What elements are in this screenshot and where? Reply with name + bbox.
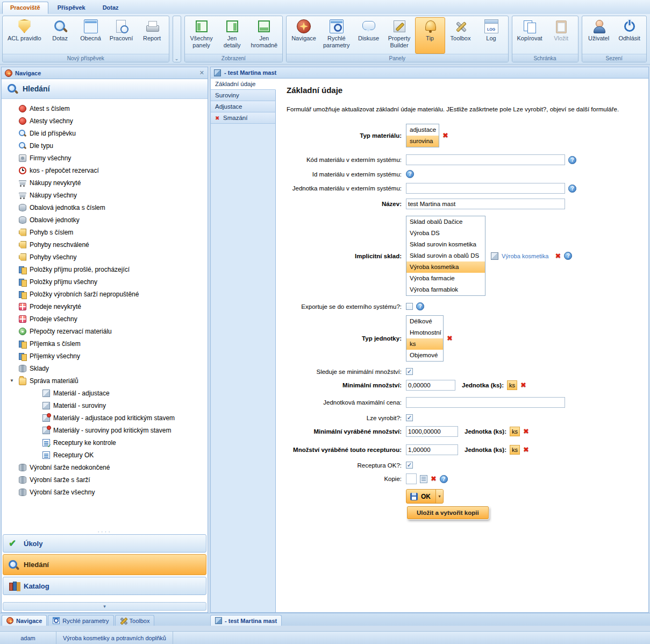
tree-item-dle-typu[interactable]: Dle typu: [2, 139, 208, 152]
tree-item-receptury-ok[interactable]: Receptury OK: [2, 449, 208, 461]
accordion-section-katalog[interactable]: Katalog: [3, 577, 206, 595]
tab-zakladni-udaje[interactable]: Základní údaje: [211, 79, 276, 90]
min-mnozstvi-input[interactable]: [406, 380, 455, 391]
tree-item-materialy-adjustace-pod-kritickym-stavem[interactable]: Materiály - adjustace pod kritickým stav…: [2, 412, 208, 424]
expander-icon[interactable]: [8, 378, 16, 383]
typ-jednotky-listbox[interactable]: DélkovéHmotnostníksObjemové: [406, 315, 444, 362]
jen-detaily-button[interactable]: Jen detaily: [217, 17, 247, 54]
option-vyroba-ds[interactable]: Výroba DS: [406, 228, 485, 239]
tree-item-nakupy-vsechny[interactable]: Nákupy všechny: [2, 189, 208, 201]
selected-warehouse-link[interactable]: Výroba kosmetika: [502, 253, 548, 259]
mnozstvi-receptura-input[interactable]: [406, 444, 458, 455]
id-ext-help-icon[interactable]: [406, 170, 414, 178]
kopie-help-icon[interactable]: [440, 475, 448, 483]
tab-smazani[interactable]: Smazání: [211, 112, 276, 124]
min-mnozstvi-remove-icon[interactable]: [520, 381, 526, 389]
nazev-input[interactable]: [406, 199, 565, 209]
export-checkbox[interactable]: [406, 303, 413, 310]
tab-adjustace[interactable]: Adjustace: [211, 101, 276, 112]
tip-button[interactable]: Tip: [415, 17, 445, 54]
kopirovat-button[interactable]: Kopírovat: [514, 17, 546, 54]
save-and-copy-button[interactable]: Uložit a vytvořit kopii: [407, 506, 489, 519]
uzivatel-button[interactable]: Uživatel: [584, 17, 614, 54]
tree-item-kos-prepocet-rezervaci[interactable]: kos - přepočet rezervací: [2, 164, 208, 176]
tree-item-pohyby-vsechny[interactable]: Pohyby všechny: [2, 251, 208, 263]
navigace-button[interactable]: Navigace: [288, 17, 319, 54]
kod-ext-input[interactable]: [406, 154, 565, 165]
option-hmotnostni[interactable]: Hmotnostní: [406, 327, 443, 338]
tree-item-prijemka-s-cislem[interactable]: Příjemka s číslem: [2, 337, 208, 350]
tree-item-receptury-ke-kontrole[interactable]: Receptury ke kontrole: [2, 436, 208, 449]
tree-item-polozky-prijmu-vsechny[interactable]: Položky příjmu všechny: [2, 275, 208, 288]
tree-item-sprava-materialu[interactable]: Správa materiálů: [2, 374, 208, 387]
vsechny-panely-button[interactable]: Všechny panely: [187, 17, 217, 54]
ribbon-tab-dotaz[interactable]: Dotaz: [95, 2, 127, 14]
option-objemove[interactable]: Objemové: [406, 350, 443, 361]
jednotka-ext-help-icon[interactable]: [568, 185, 576, 193]
ok-split-button[interactable]: OK: [406, 489, 444, 504]
min-vyrabene-remove-icon[interactable]: [523, 428, 529, 435]
accordion-section-hledani[interactable]: Hledání: [3, 554, 206, 575]
tree-item-polozky-vyrobnich-sarzi-nepropustene[interactable]: Položky výrobních šarží nepropuštěné: [2, 288, 208, 300]
tree-item-prepocty-rezervaci-materialu[interactable]: Přepočty rezervací materiálu: [2, 325, 208, 337]
max-cena-input[interactable]: [406, 397, 565, 408]
min-vyrabene-input[interactable]: [406, 426, 458, 437]
acl-pravidlo-button[interactable]: ACL pravidlo: [4, 17, 45, 54]
tree-item-material-adjustace[interactable]: Materiál - adjustace: [2, 387, 208, 399]
tree-item-polozky-prijmu-prosle-prochazejici[interactable]: Položky příjmu prošlé, procházející: [2, 263, 208, 275]
report-button[interactable]: Report: [137, 17, 167, 54]
paste-icon[interactable]: [420, 475, 427, 483]
ok-dropdown-arrow-icon[interactable]: [435, 490, 443, 503]
option-vyroba-farmablok[interactable]: Výroba farmablok: [406, 284, 485, 295]
receptura-ok-checkbox[interactable]: [406, 462, 413, 469]
kopie-input[interactable]: [406, 473, 417, 484]
option-delkove[interactable]: Délkové: [406, 316, 443, 327]
dotaz-button[interactable]: Dotaz: [45, 17, 75, 54]
tree-item-vyrobni-sarze-s-sarzi[interactable]: Výrobní šarže s šarží: [2, 473, 208, 486]
panel-tab-toolbox[interactable]: Toolbox: [115, 615, 155, 626]
rychle-parametry-button[interactable]: Rychlé parametry: [320, 17, 353, 54]
tree-item-vyrobni-sarze-vsechny[interactable]: Výrobní šarže všechny: [2, 486, 208, 498]
tree-item-pohyby-neschvalene[interactable]: Pohyby neschválené: [2, 238, 208, 251]
mnozstvi-receptura-unit-badge[interactable]: ks: [510, 445, 520, 455]
min-vyrabene-unit-badge[interactable]: ks: [510, 427, 520, 436]
obecna-button[interactable]: Obecná: [76, 17, 106, 54]
log-button[interactable]: Log: [476, 17, 506, 54]
tree-item-pohyb-s-cislem[interactable]: Pohyb s číslem: [2, 226, 208, 238]
tree-item-sklady[interactable]: Sklady: [2, 362, 208, 374]
panel-collapse-handle[interactable]: [3, 602, 206, 611]
option-vyroba-farmacie[interactable]: Výroba farmacie: [406, 273, 485, 284]
ribbon-tab-prispevek[interactable]: Příspěvek: [49, 2, 94, 14]
tree-item-prodeje-nevykryte[interactable]: Prodeje nevykryté: [2, 300, 208, 313]
tree-item-obalove-jednotky[interactable]: Obalové jednotky: [2, 214, 208, 226]
lze-vyrobit-checkbox[interactable]: [406, 414, 413, 421]
odhlasit-button[interactable]: Odhlásit: [615, 17, 645, 54]
tree-item-prijemky-vsechny[interactable]: Příjemky všechny: [2, 350, 208, 362]
option-sklad-surovin-a-obalu-ds[interactable]: Sklad surovin a obalů DS: [406, 250, 485, 261]
option-sklad-obalu-dacice[interactable]: Sklad obalů Dačice: [406, 216, 485, 228]
ribbon-tab-pracoviste[interactable]: Pracoviště: [2, 2, 48, 14]
pracovni-button[interactable]: Pracovní: [106, 17, 137, 54]
property-builder-button[interactable]: Property Builder: [384, 17, 415, 54]
option-adjustace[interactable]: adjustace: [406, 124, 439, 136]
option-vyroba-kosmetika[interactable]: Výroba kosmetika: [406, 261, 485, 273]
tree-item-atest-s-cislem[interactable]: Atest s číslem: [2, 102, 208, 115]
option-ks[interactable]: ks: [406, 338, 443, 350]
implicitni-sklad-remove-icon[interactable]: [555, 252, 561, 260]
implicitni-sklad-listbox[interactable]: Sklad obalů DačiceVýroba DSSklad surovin…: [406, 216, 485, 296]
panel-tab-navigace[interactable]: Navigace: [2, 615, 47, 626]
diskuse-button[interactable]: Diskuse: [354, 17, 384, 54]
typ-materialu-remove-icon[interactable]: [442, 132, 448, 139]
resize-handle[interactable]: [2, 529, 208, 534]
kopie-remove-icon[interactable]: [431, 475, 437, 483]
mnozstvi-receptura-remove-icon[interactable]: [523, 446, 529, 454]
option-surovina[interactable]: surovina: [406, 136, 439, 147]
jen-hromadne-button[interactable]: Jen hromadně: [248, 17, 281, 54]
tree-item-firmy-vsechny[interactable]: Firmy všechny: [2, 152, 208, 164]
tree-item-dle-id-prispevku[interactable]: Dle id příspěvku: [2, 127, 208, 139]
ribbon-overflow-handle[interactable]: [173, 16, 181, 62]
kod-ext-help-icon[interactable]: [568, 156, 576, 164]
tree-item-material-suroviny[interactable]: Materiál - suroviny: [2, 399, 208, 412]
option-sklad-surovin-kosmetika[interactable]: Sklad surovin kosmetika: [406, 239, 485, 250]
typ-jednotky-remove-icon[interactable]: [447, 335, 453, 342]
